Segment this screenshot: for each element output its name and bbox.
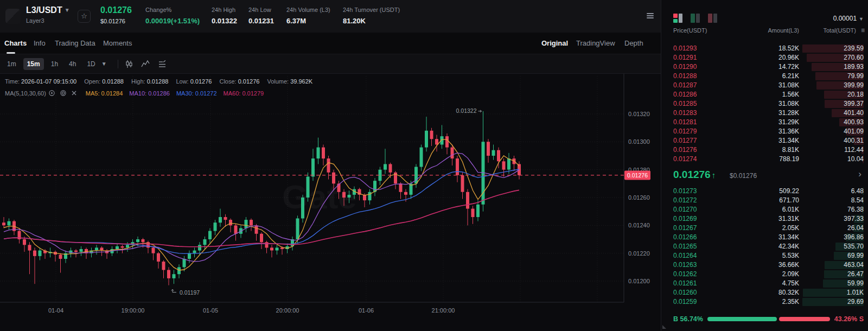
ob-amount: 42.34K [778, 242, 799, 251]
pair-name: L3/USDT [26, 5, 62, 15]
ask-row[interactable]: 0.012886.21K79.99 [661, 72, 868, 81]
timeframe-1D[interactable]: 1D [83, 58, 99, 70]
bid-row[interactable]: 0.012645.53K69.99 [661, 251, 868, 260]
candle-style-icon[interactable] [125, 60, 133, 68]
ask-row[interactable]: 0.0128131.29K400.93 [661, 118, 868, 127]
ob-total: 26.47 [847, 270, 864, 279]
price-chart-svg[interactable]: Gate0.013200.013000.012800.012600.012400… [0, 74, 661, 331]
chevron-right-icon[interactable]: › [858, 169, 861, 180]
eye-visible-icon[interactable] [48, 90, 55, 97]
timeframe-1h[interactable]: 1h [47, 58, 62, 70]
svg-text:01-06: 01-06 [359, 307, 374, 314]
ob-amount: 788.19 [779, 155, 799, 164]
precision-value: 0.00001 [833, 15, 857, 22]
orderbook-mid-row[interactable]: 0.01276↑ $0.01276 › [661, 166, 868, 185]
mid-price: 0.01276 [673, 169, 711, 180]
col-amount: Amount(L3) [768, 27, 799, 34]
ask-row[interactable]: 0.0129120.96K270.60 [661, 53, 868, 62]
ask-row[interactable]: 0.0127731.34K400.31 [661, 136, 868, 145]
ob-total: 400.93 [844, 118, 864, 127]
ask-row[interactable]: 0.0129014.72K189.93 [661, 62, 868, 72]
orderbook-view-both-icon[interactable] [673, 14, 682, 23]
candlestick-chart-area[interactable]: Gate0.013200.013000.012800.012600.012400… [0, 74, 661, 331]
ob-total: 26.04 [847, 224, 864, 233]
svg-text:19:00:00: 19:00:00 [122, 307, 145, 314]
timeframe-1m[interactable]: 1m [3, 58, 20, 70]
favorite-star-button[interactable]: ☆ [78, 10, 91, 23]
bid-row[interactable]: 0.012614.75K59.99 [661, 279, 868, 288]
ob-amount: 4.75K [782, 279, 799, 288]
chevron-down-icon: ▼ [65, 7, 70, 13]
bid-row[interactable]: 0.012592.35K29.69 [661, 297, 868, 307]
ob-price: 0.01285 [673, 99, 697, 109]
ob-price: 0.01263 [673, 260, 697, 270]
indicator-settings-icon[interactable] [158, 60, 167, 68]
ask-row[interactable]: 0.0128331.28K401.40 [661, 109, 868, 118]
svg-text:0.01320: 0.01320 [628, 111, 650, 117]
interval-dropdown-icon[interactable]: ▼ [101, 61, 107, 67]
timeframe-15m[interactable]: 15m [23, 58, 44, 70]
ob-total: 76.38 [847, 205, 864, 214]
ask-row[interactable]: 0.012768.81K112.44 [661, 145, 868, 155]
header-menu-icon[interactable] [647, 12, 654, 20]
ask-row[interactable]: 0.01274788.1910.04 [661, 155, 868, 164]
orderbook-view-sell-icon[interactable] [708, 14, 717, 23]
ask-row[interactable]: 0.0127931.36K401.09 [661, 127, 868, 136]
ob-total: 397.33 [844, 214, 864, 224]
ma-legend: MA(5,10,30,60)MA5: 0.01284MA10: 0.01286M… [5, 90, 264, 97]
ask-row[interactable]: 0.0128531.08K399.37 [661, 99, 868, 109]
bid-row[interactable]: 0.012672.05K26.04 [661, 224, 868, 233]
tab-moments[interactable]: Moments [103, 39, 132, 47]
bid-row[interactable]: 0.012706.01K76.38 [661, 205, 868, 214]
ob-price: 0.01272 [673, 196, 697, 205]
ob-price: 0.01265 [673, 242, 697, 251]
svg-text:0.01240: 0.01240 [628, 222, 650, 228]
chart-mode-original[interactable]: Original [541, 39, 568, 47]
chart-toolbar: 1m15m1h4h1D ▼ [0, 54, 661, 74]
ob-price: 0.01262 [673, 270, 697, 279]
ob-price: 0.01259 [673, 297, 697, 307]
ob-amount: 31.28K [778, 109, 799, 118]
svg-text:0.01220: 0.01220 [628, 250, 650, 257]
ask-row[interactable]: 0.0129318.52K239.59 [661, 44, 868, 53]
tab-trading-data[interactable]: Trading Data [55, 39, 95, 47]
ob-amount: 31.31K [778, 214, 799, 224]
list-icon[interactable]: ≡ [861, 27, 865, 34]
ob-amount: 671.70 [779, 196, 799, 205]
orderbook-view-buy-icon[interactable] [691, 14, 700, 23]
chart-mode-depth[interactable]: Depth [624, 39, 643, 47]
ask-row[interactable]: 0.012861.56K20.18 [661, 90, 868, 99]
legend-volume: Volume:39.962K [267, 78, 312, 85]
close-icon[interactable] [71, 90, 77, 96]
pair-selector[interactable]: L3/USDT▼ Layer3 [26, 5, 70, 24]
ob-amount: 509.22 [779, 187, 799, 196]
chart-mode-tradingview[interactable]: TradingView [576, 39, 615, 47]
bid-row[interactable]: 0.012622.09K26.47 [661, 270, 868, 279]
ob-total: 189.93 [844, 62, 864, 72]
bid-row[interactable]: 0.0126080.32K1.01K [661, 288, 868, 297]
tab-info[interactable]: Info [34, 39, 46, 47]
ob-total: 399.99 [844, 81, 864, 90]
resize-handle[interactable] [662, 325, 666, 329]
ob-total: 239.59 [844, 44, 864, 53]
precision-dropdown[interactable]: 0.00001▼ [833, 15, 864, 22]
svg-text:21:00:00: 21:00:00 [432, 307, 455, 314]
bid-row[interactable]: 0.0126336.66K463.04 [661, 260, 868, 270]
bid-row[interactable]: 0.01272671.708.54 [661, 196, 868, 205]
bid-row[interactable]: 0.0126631.34K396.86 [661, 233, 868, 242]
svg-text:0.01276: 0.01276 [627, 172, 648, 179]
indicator-chart-icon[interactable] [141, 60, 150, 68]
ob-price: 0.01286 [673, 90, 697, 99]
ob-price: 0.01261 [673, 279, 697, 288]
bid-row[interactable]: 0.0126931.31K397.33 [661, 214, 868, 224]
settings-target-icon[interactable] [60, 90, 67, 97]
svg-text:0.01260: 0.01260 [628, 194, 650, 201]
bid-row[interactable]: 0.01273509.226.48 [661, 187, 868, 196]
svg-text:0.01300: 0.01300 [628, 138, 650, 145]
ask-row[interactable]: 0.0128731.08K399.99 [661, 81, 868, 90]
timeframe-4h[interactable]: 4h [65, 58, 80, 70]
bid-row[interactable]: 0.0126542.34K535.70 [661, 242, 868, 251]
ob-amount: 2.09K [782, 270, 799, 279]
stat-change-: Change%0.00019(+1.51%) [145, 7, 200, 25]
tab-charts[interactable]: Charts [4, 39, 27, 47]
